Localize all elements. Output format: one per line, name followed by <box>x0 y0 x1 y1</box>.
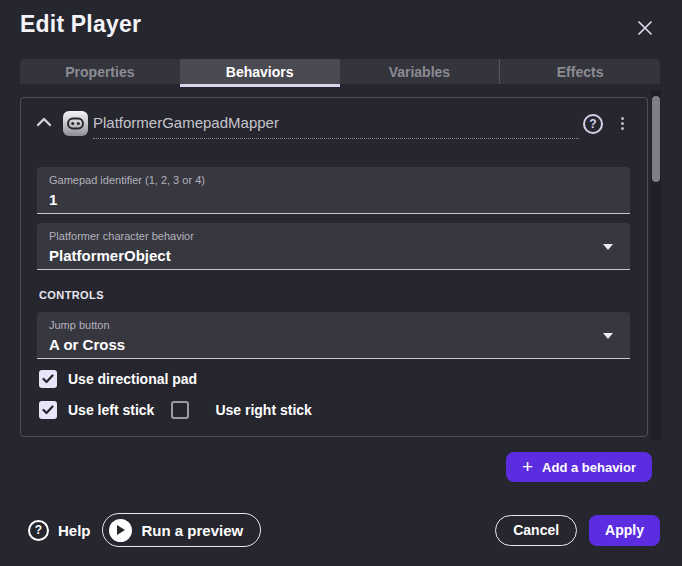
kebab-menu-icon[interactable] <box>615 115 629 132</box>
jump-button-label: Jump button <box>49 319 618 332</box>
checkbox-label-directional-pad: Use directional pad <box>68 371 197 387</box>
plus-icon: + <box>522 457 533 476</box>
close-icon[interactable] <box>634 17 656 39</box>
gamepad-identifier-value: 1 <box>49 191 618 209</box>
checkbox-label-right-stick: Use right stick <box>215 402 311 418</box>
chevron-up-glyph <box>36 117 52 127</box>
tab-behaviors[interactable]: Behaviors <box>180 59 340 84</box>
tab-properties[interactable]: Properties <box>20 59 180 84</box>
apply-button[interactable]: Apply <box>589 515 660 546</box>
behavior-fields: Gamepad identifier (1, 2, 3 or 4) 1 Plat… <box>37 167 630 419</box>
add-behavior-button[interactable]: + Add a behavior <box>506 452 652 482</box>
tab-bar: Properties Behaviors Variables Effects <box>20 59 660 84</box>
dialog-title: Edit Player <box>20 11 141 38</box>
help-glyph: ? <box>35 523 42 537</box>
help-glyph: ? <box>589 117 596 131</box>
behavior-card-header: PlatformerGamepadMapper ? <box>21 98 647 146</box>
help-label: Help <box>58 522 91 539</box>
checkbox-label-left-stick: Use left stick <box>68 402 154 418</box>
edit-player-dialog: Edit Player Properties Behaviors Variabl… <box>0 0 682 566</box>
scrollbar-thumb[interactable] <box>652 96 660 182</box>
checkbox-use-directional-pad[interactable] <box>39 370 57 388</box>
platformer-behavior-label: Platformer character behavior <box>49 230 618 243</box>
collapse-chevron-up-icon[interactable] <box>35 115 53 129</box>
help-icon: ? <box>28 520 49 541</box>
gamepad-identifier-label: Gamepad identifier (1, 2, 3 or 4) <box>49 174 618 187</box>
footer-bar: ? Help Run a preview Cancel Apply <box>28 513 660 547</box>
chevron-down-icon <box>603 333 613 339</box>
controls-section-heading: CONTROLS <box>39 289 630 301</box>
behavior-help-icon[interactable]: ? <box>583 114 603 134</box>
gamepad-glyph <box>67 117 84 130</box>
jump-button-value: A or Cross <box>49 336 618 354</box>
gamepad-icon <box>63 111 88 136</box>
checkmark-icon <box>42 374 54 384</box>
help-button[interactable]: ? Help <box>28 520 91 541</box>
cancel-button[interactable]: Cancel <box>495 515 577 546</box>
jump-button-select[interactable]: Jump button A or Cross <box>37 312 630 359</box>
checkbox-use-left-stick[interactable] <box>39 401 57 419</box>
platformer-behavior-value: PlatformerObject <box>49 247 618 265</box>
checkbox-use-right-stick[interactable] <box>171 401 189 419</box>
tab-variables[interactable]: Variables <box>340 59 500 84</box>
play-icon <box>109 519 132 542</box>
checkmark-icon <box>42 405 54 415</box>
behavior-name-field[interactable]: PlatformerGamepadMapper <box>93 114 579 139</box>
gamepad-identifier-field[interactable]: Gamepad identifier (1, 2, 3 or 4) 1 <box>37 167 630 214</box>
run-preview-button[interactable]: Run a preview <box>102 513 262 547</box>
platformer-behavior-select[interactable]: Platformer character behavior Platformer… <box>37 223 630 270</box>
close-icon-glyph <box>636 19 654 37</box>
behavior-card: PlatformerGamepadMapper ? Gamepad identi… <box>20 97 648 437</box>
checkbox-row-directional-pad: Use directional pad <box>39 370 630 388</box>
checkbox-row-sticks: Use left stick Use right stick <box>39 401 630 419</box>
tab-effects[interactable]: Effects <box>499 59 660 84</box>
add-behavior-label: Add a behavior <box>542 460 636 475</box>
chevron-down-icon <box>603 244 613 250</box>
play-triangle-glyph <box>117 525 125 535</box>
run-preview-label: Run a preview <box>142 522 244 539</box>
